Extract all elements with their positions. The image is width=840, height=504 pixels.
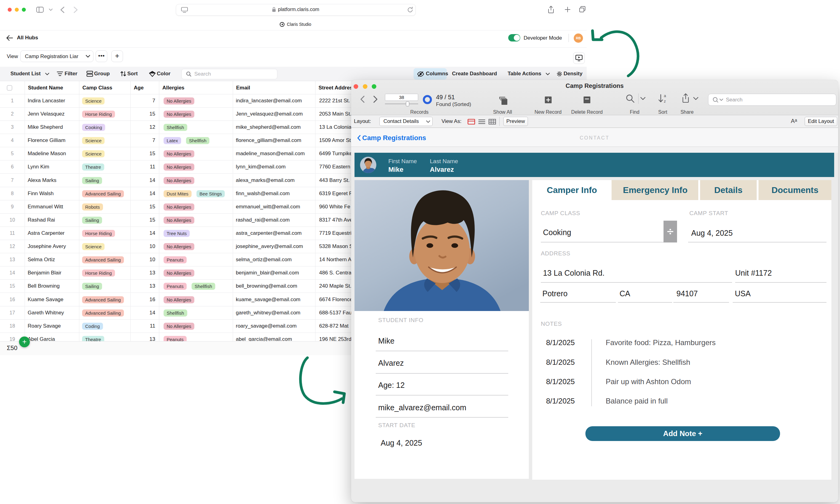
svg-text:z: z (664, 99, 666, 104)
svg-text:a: a (664, 93, 666, 98)
